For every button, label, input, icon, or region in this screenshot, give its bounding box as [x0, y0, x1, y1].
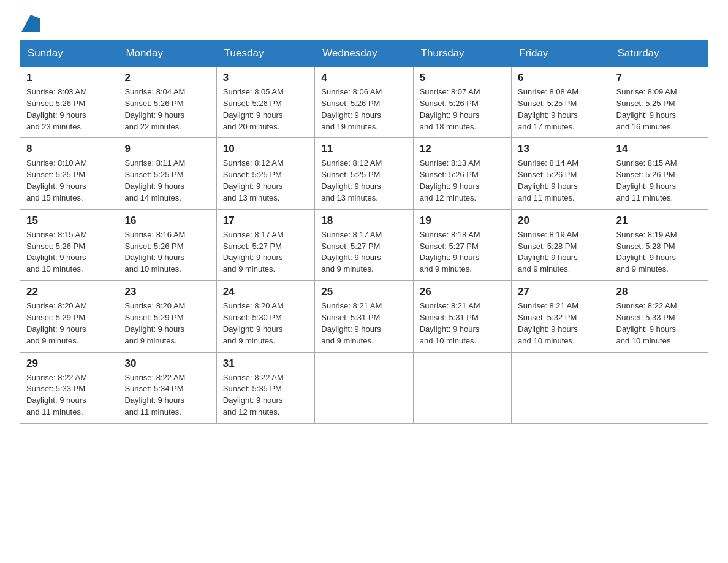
table-row — [315, 352, 413, 423]
day-info: Sunrise: 8:22 AMSunset: 5:33 PMDaylight:… — [616, 301, 702, 347]
table-row: 19Sunrise: 8:18 AMSunset: 5:27 PMDayligh… — [413, 209, 511, 280]
day-number: 10 — [223, 143, 308, 155]
day-info: Sunrise: 8:07 AMSunset: 5:26 PMDaylight:… — [420, 86, 505, 132]
day-info: Sunrise: 8:17 AMSunset: 5:27 PMDaylight:… — [223, 229, 308, 275]
day-number: 26 — [420, 286, 505, 298]
day-number: 20 — [518, 215, 603, 227]
svg-marker-0 — [21, 15, 40, 32]
day-info: Sunrise: 8:15 AMSunset: 5:26 PMDaylight:… — [616, 158, 702, 204]
day-number: 6 — [518, 72, 603, 84]
header-friday: Friday — [512, 41, 610, 67]
table-row: 6Sunrise: 8:08 AMSunset: 5:25 PMDaylight… — [512, 66, 610, 138]
calendar-week-row: 8Sunrise: 8:10 AMSunset: 5:25 PMDaylight… — [20, 138, 708, 209]
table-row: 29Sunrise: 8:22 AMSunset: 5:33 PMDayligh… — [20, 352, 118, 423]
day-number: 22 — [26, 286, 112, 298]
calendar-week-row: 15Sunrise: 8:15 AMSunset: 5:26 PMDayligh… — [20, 209, 708, 280]
table-row: 4Sunrise: 8:06 AMSunset: 5:26 PMDaylight… — [315, 66, 413, 138]
table-row: 2Sunrise: 8:04 AMSunset: 5:26 PMDaylight… — [118, 66, 216, 138]
day-info: Sunrise: 8:12 AMSunset: 5:25 PMDaylight:… — [223, 158, 308, 204]
day-info: Sunrise: 8:19 AMSunset: 5:28 PMDaylight:… — [616, 229, 702, 275]
day-number: 16 — [124, 215, 210, 227]
table-row: 21Sunrise: 8:19 AMSunset: 5:28 PMDayligh… — [610, 209, 708, 280]
header-wednesday: Wednesday — [315, 41, 413, 67]
table-row: 17Sunrise: 8:17 AMSunset: 5:27 PMDayligh… — [216, 209, 314, 280]
day-info: Sunrise: 8:22 AMSunset: 5:33 PMDaylight:… — [26, 372, 112, 418]
table-row: 11Sunrise: 8:12 AMSunset: 5:25 PMDayligh… — [315, 138, 413, 209]
day-number: 14 — [616, 143, 702, 155]
table-row — [610, 352, 708, 423]
calendar-week-row: 22Sunrise: 8:20 AMSunset: 5:29 PMDayligh… — [20, 281, 708, 352]
day-number: 27 — [518, 286, 603, 298]
day-info: Sunrise: 8:10 AMSunset: 5:25 PMDaylight:… — [26, 158, 112, 204]
table-row: 26Sunrise: 8:21 AMSunset: 5:31 PMDayligh… — [413, 281, 511, 352]
day-number: 1 — [26, 72, 112, 84]
day-number: 7 — [616, 72, 702, 84]
day-number: 24 — [223, 286, 308, 298]
day-number: 30 — [124, 358, 210, 370]
day-number: 8 — [26, 143, 112, 155]
header-monday: Monday — [118, 41, 216, 67]
header-saturday: Saturday — [610, 41, 708, 67]
day-info: Sunrise: 8:21 AMSunset: 5:31 PMDaylight:… — [420, 301, 505, 347]
day-info: Sunrise: 8:17 AMSunset: 5:27 PMDaylight:… — [321, 229, 406, 275]
table-row — [413, 352, 511, 423]
day-info: Sunrise: 8:11 AMSunset: 5:25 PMDaylight:… — [124, 158, 210, 204]
day-number: 11 — [321, 143, 406, 155]
table-row: 28Sunrise: 8:22 AMSunset: 5:33 PMDayligh… — [610, 281, 708, 352]
day-info: Sunrise: 8:20 AMSunset: 5:29 PMDaylight:… — [26, 301, 112, 347]
table-row: 20Sunrise: 8:19 AMSunset: 5:28 PMDayligh… — [512, 209, 610, 280]
calendar-table: Sunday Monday Tuesday Wednesday Thursday… — [20, 40, 708, 424]
table-row: 15Sunrise: 8:15 AMSunset: 5:26 PMDayligh… — [20, 209, 118, 280]
day-number: 15 — [26, 215, 112, 227]
day-number: 29 — [26, 358, 112, 370]
table-row: 25Sunrise: 8:21 AMSunset: 5:31 PMDayligh… — [315, 281, 413, 352]
day-info: Sunrise: 8:19 AMSunset: 5:28 PMDaylight:… — [518, 229, 603, 275]
table-row: 14Sunrise: 8:15 AMSunset: 5:26 PMDayligh… — [610, 138, 708, 209]
table-row: 9Sunrise: 8:11 AMSunset: 5:25 PMDaylight… — [118, 138, 216, 209]
day-info: Sunrise: 8:06 AMSunset: 5:26 PMDaylight:… — [321, 86, 406, 132]
table-row: 3Sunrise: 8:05 AMSunset: 5:26 PMDaylight… — [216, 66, 314, 138]
table-row: 7Sunrise: 8:09 AMSunset: 5:25 PMDaylight… — [610, 66, 708, 138]
table-row: 5Sunrise: 8:07 AMSunset: 5:26 PMDaylight… — [413, 66, 511, 138]
header-sunday: Sunday — [20, 41, 118, 67]
day-number: 12 — [420, 143, 505, 155]
day-number: 13 — [518, 143, 603, 155]
day-number: 21 — [616, 215, 702, 227]
day-info: Sunrise: 8:18 AMSunset: 5:27 PMDaylight:… — [420, 229, 505, 275]
table-row — [512, 352, 610, 423]
day-info: Sunrise: 8:16 AMSunset: 5:26 PMDaylight:… — [124, 229, 210, 275]
table-row: 31Sunrise: 8:22 AMSunset: 5:35 PMDayligh… — [216, 352, 314, 423]
calendar-week-row: 1Sunrise: 8:03 AMSunset: 5:26 PMDaylight… — [20, 66, 708, 138]
table-row: 22Sunrise: 8:20 AMSunset: 5:29 PMDayligh… — [20, 281, 118, 352]
calendar-week-row: 29Sunrise: 8:22 AMSunset: 5:33 PMDayligh… — [20, 352, 708, 423]
day-info: Sunrise: 8:13 AMSunset: 5:26 PMDaylight:… — [420, 158, 505, 204]
day-info: Sunrise: 8:20 AMSunset: 5:29 PMDaylight:… — [124, 301, 210, 347]
day-info: Sunrise: 8:05 AMSunset: 5:26 PMDaylight:… — [223, 86, 308, 132]
day-info: Sunrise: 8:21 AMSunset: 5:32 PMDaylight:… — [518, 301, 603, 347]
day-number: 31 — [223, 358, 308, 370]
day-info: Sunrise: 8:03 AMSunset: 5:26 PMDaylight:… — [26, 86, 112, 132]
table-row: 13Sunrise: 8:14 AMSunset: 5:26 PMDayligh… — [512, 138, 610, 209]
table-row: 10Sunrise: 8:12 AMSunset: 5:25 PMDayligh… — [216, 138, 314, 209]
page-header — [20, 15, 708, 29]
day-info: Sunrise: 8:21 AMSunset: 5:31 PMDaylight:… — [321, 301, 406, 347]
day-number: 25 — [321, 286, 406, 298]
day-number: 23 — [124, 286, 210, 298]
table-row: 18Sunrise: 8:17 AMSunset: 5:27 PMDayligh… — [315, 209, 413, 280]
day-info: Sunrise: 8:15 AMSunset: 5:26 PMDaylight:… — [26, 229, 112, 275]
day-number: 3 — [223, 72, 308, 84]
day-info: Sunrise: 8:14 AMSunset: 5:26 PMDaylight:… — [518, 158, 603, 204]
day-number: 4 — [321, 72, 406, 84]
day-info: Sunrise: 8:22 AMSunset: 5:35 PMDaylight:… — [223, 372, 308, 418]
table-row: 27Sunrise: 8:21 AMSunset: 5:32 PMDayligh… — [512, 281, 610, 352]
table-row: 8Sunrise: 8:10 AMSunset: 5:25 PMDaylight… — [20, 138, 118, 209]
logo — [20, 15, 40, 29]
day-info: Sunrise: 8:08 AMSunset: 5:25 PMDaylight:… — [518, 86, 603, 132]
day-info: Sunrise: 8:12 AMSunset: 5:25 PMDaylight:… — [321, 158, 406, 204]
day-info: Sunrise: 8:04 AMSunset: 5:26 PMDaylight:… — [124, 86, 210, 132]
header-tuesday: Tuesday — [216, 41, 314, 67]
day-number: 19 — [420, 215, 505, 227]
table-row: 12Sunrise: 8:13 AMSunset: 5:26 PMDayligh… — [413, 138, 511, 209]
day-number: 28 — [616, 286, 702, 298]
table-row: 23Sunrise: 8:20 AMSunset: 5:29 PMDayligh… — [118, 281, 216, 352]
